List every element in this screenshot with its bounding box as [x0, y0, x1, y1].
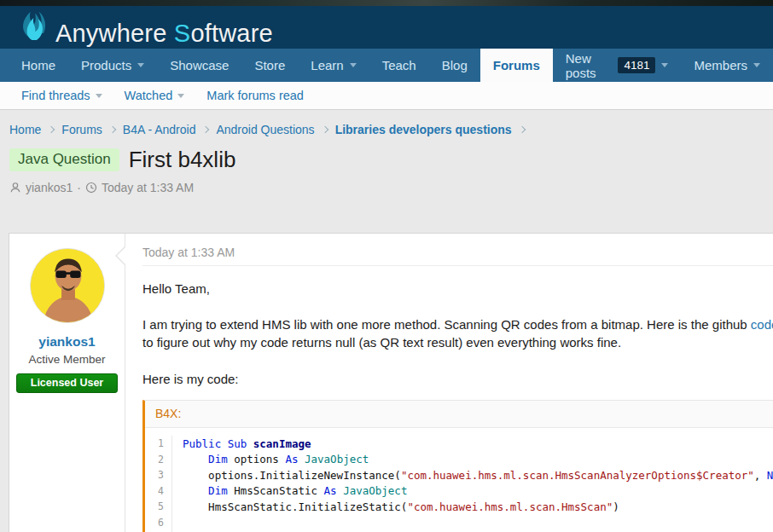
- speech-bubble-arrow: [115, 246, 125, 266]
- chevron-down-icon: [177, 94, 184, 98]
- post-content: Today at 1:33 AM Hello Team, I am trying…: [125, 234, 773, 532]
- line-number: 6: [145, 515, 172, 531]
- subnav-watched[interactable]: Watched: [113, 89, 196, 102]
- code-line: 5 HmsScanStatic.InitializeStatic("com.hu…: [145, 499, 773, 515]
- flame-logo-icon: [20, 9, 51, 46]
- thread-meta-row: yiankos1 · Today at 1:33 AM: [0, 173, 773, 194]
- nav-item-new-posts[interactable]: New posts4181: [553, 49, 682, 82]
- breadcrumb: Home Forums B4A - Android Android Questi…: [0, 110, 773, 136]
- nav-item-home[interactable]: Home: [9, 49, 68, 82]
- github-code-link[interactable]: code: [751, 317, 773, 332]
- chevron-right-icon: [321, 126, 328, 133]
- code-line: 1Public Sub scanImage: [145, 436, 773, 452]
- chevron-right-icon: [202, 126, 209, 133]
- nav-item-teach[interactable]: Teach: [369, 49, 429, 82]
- nav-item-learn[interactable]: Learn: [298, 49, 369, 82]
- chevron-down-icon: [137, 63, 144, 67]
- chevron-down-icon: [96, 94, 102, 98]
- code-line-text: options.InitializeNewInstance("com.huawe…: [172, 469, 773, 482]
- thread-author-link[interactable]: yiankos1: [26, 181, 73, 194]
- chevron-down-icon: [350, 63, 357, 67]
- chevron-right-icon: [518, 126, 525, 133]
- code-line-text: Dim options As JavaObject: [172, 453, 369, 466]
- clock-icon: [85, 182, 97, 194]
- brand-name: Anywhere Software: [55, 21, 273, 46]
- page-title: First b4xlib: [129, 147, 236, 173]
- code-intro-text: Here is my code:: [142, 370, 773, 388]
- nav-item-store[interactable]: Store: [241, 49, 298, 82]
- post-date[interactable]: Today at 1:33 AM: [142, 246, 773, 266]
- code-language-label: B4X:: [145, 401, 773, 428]
- line-number: 5: [145, 499, 172, 515]
- nav-item-members[interactable]: Members: [681, 49, 773, 82]
- nav-item-products[interactable]: Products: [68, 49, 157, 82]
- code-line: 6: [145, 515, 773, 531]
- author-username-link[interactable]: yiankos1: [38, 334, 95, 350]
- chevron-right-icon: [109, 126, 116, 133]
- line-number: 1: [145, 436, 172, 452]
- nav-item-showcase[interactable]: Showcase: [157, 49, 241, 82]
- post-greeting: Hello Team,: [142, 280, 773, 298]
- code-line-text: Dim HmsScanStatic As JavaObject: [172, 484, 407, 497]
- line-number: 3: [145, 467, 172, 483]
- breadcrumb-libraries-developers-questions[interactable]: Libraries developers questions: [335, 123, 512, 136]
- main-navigation: Home Products Showcase Store Learn Teach…: [0, 49, 773, 82]
- thread-prefix-badge[interactable]: Java Question: [9, 148, 119, 171]
- b4x-code-block: B4X: 1Public Sub scanImage2 Dim options …: [142, 400, 773, 532]
- thread-title-row: Java Question First b4xlib: [0, 136, 773, 173]
- meta-separator: ·: [77, 181, 81, 194]
- nav-item-blog[interactable]: Blog: [429, 49, 480, 82]
- thread-date-link[interactable]: Today at 1:33 AM: [102, 181, 194, 194]
- breadcrumb-forums[interactable]: Forums: [61, 123, 102, 136]
- subnav-mark-forums-read[interactable]: Mark forums read: [195, 89, 315, 102]
- code-line: 4 Dim HmsScanStatic As JavaObject: [145, 483, 773, 500]
- new-posts-count-badge: 4181: [618, 57, 655, 73]
- forum-sub-navigation: Find threads Watched Mark forums read: [0, 82, 773, 110]
- post-author-sidebar: yiankos1 Active Member Licensed User: [9, 234, 125, 532]
- code-line: 2 Dim options As JavaObject: [145, 452, 773, 468]
- code-line-text: HmsScanStatic.InitializeStatic("com.huaw…: [172, 500, 619, 513]
- licensed-user-badge: Licensed User: [16, 373, 118, 393]
- breadcrumb-android-questions[interactable]: Android Questions: [216, 123, 314, 136]
- breadcrumb-home[interactable]: Home: [9, 123, 41, 136]
- chevron-right-icon: [48, 126, 55, 133]
- post-paragraph: I am trying to extend HMS lib with one m…: [142, 315, 773, 351]
- site-logo[interactable]: Anywhere Software: [20, 9, 273, 46]
- line-number: 2: [145, 452, 172, 468]
- chevron-down-icon: [753, 63, 760, 67]
- page-top-banner-edge: [0, 0, 773, 6]
- person-icon: [9, 182, 21, 194]
- author-role: Active Member: [28, 353, 105, 366]
- line-number: 4: [145, 483, 172, 500]
- breadcrumb-b4a-android[interactable]: B4A - Android: [123, 123, 196, 136]
- nav-item-forums-active[interactable]: Forums: [480, 49, 553, 82]
- code-line: 3 options.InitializeNewInstance("com.hua…: [145, 467, 773, 483]
- subnav-find-threads[interactable]: Find threads: [10, 89, 113, 102]
- avatar[interactable]: [30, 248, 105, 323]
- site-header: Anywhere Software: [0, 6, 773, 49]
- code-line-text: Public Sub scanImage: [172, 437, 311, 450]
- chevron-down-icon: [661, 63, 668, 67]
- post-message: yiankos1 Active Member Licensed User Tod…: [9, 233, 773, 532]
- code-lines[interactable]: 1Public Sub scanImage2 Dim options As Ja…: [145, 428, 773, 532]
